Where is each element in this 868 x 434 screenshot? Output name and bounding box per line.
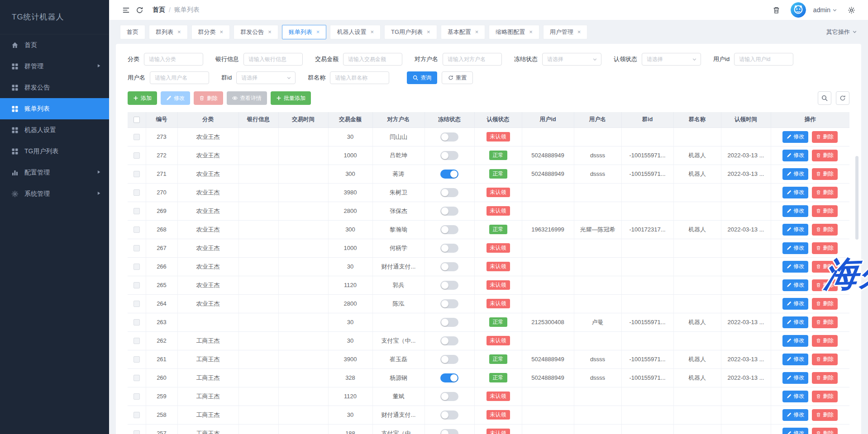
row-checkbox[interactable] <box>134 134 140 140</box>
row-edit-button[interactable]: 修改 <box>782 168 808 180</box>
group-name-input[interactable] <box>330 71 389 84</box>
sidebar-item-system-manage[interactable]: 系统管理 <box>0 183 109 204</box>
row-delete-button[interactable]: 删除 <box>812 372 838 384</box>
avatar[interactable] <box>791 2 806 18</box>
frozen-toggle[interactable] <box>440 132 458 142</box>
frozen-toggle[interactable] <box>440 225 458 234</box>
row-delete-button[interactable]: 删除 <box>812 428 838 434</box>
close-icon[interactable]: × <box>370 29 374 35</box>
sidebar-item-robot-settings[interactable]: 机器人设置 <box>0 119 109 141</box>
row-delete-button[interactable]: 删除 <box>812 150 838 161</box>
row-delete-button[interactable]: 删除 <box>812 354 838 365</box>
row-delete-button[interactable]: 删除 <box>812 131 838 143</box>
row-checkbox[interactable] <box>134 412 140 418</box>
row-checkbox[interactable] <box>134 393 140 400</box>
breadcrumb-home[interactable]: 首页 <box>153 6 165 14</box>
tab-group-list[interactable]: 群列表× <box>149 25 188 39</box>
row-checkbox[interactable] <box>134 226 140 233</box>
close-icon[interactable]: × <box>577 29 581 35</box>
row-delete-button[interactable]: 删除 <box>812 279 838 291</box>
close-icon[interactable]: × <box>316 29 320 35</box>
row-edit-button[interactable]: 修改 <box>782 316 808 328</box>
close-icon[interactable]: × <box>475 29 479 35</box>
select-all-checkbox[interactable] <box>134 117 140 123</box>
table-scrollbar[interactable] <box>855 156 858 240</box>
row-checkbox[interactable] <box>134 301 140 307</box>
row-delete-button[interactable]: 删除 <box>812 242 838 254</box>
edit-button[interactable]: 修改 <box>161 91 190 105</box>
close-icon[interactable]: × <box>268 29 272 35</box>
frozen-toggle[interactable] <box>440 392 458 401</box>
row-checkbox[interactable] <box>134 282 140 288</box>
frozen-toggle[interactable] <box>440 262 458 271</box>
row-delete-button[interactable]: 删除 <box>812 168 838 180</box>
row-delete-button[interactable]: 删除 <box>812 335 838 347</box>
row-checkbox[interactable] <box>134 430 140 434</box>
row-delete-button[interactable]: 删除 <box>812 409 838 421</box>
row-checkbox[interactable] <box>134 152 140 159</box>
row-checkbox[interactable] <box>134 208 140 214</box>
add-button[interactable]: 添加 <box>128 91 157 105</box>
row-delete-button[interactable]: 删除 <box>812 298 838 310</box>
settings-gear-icon[interactable] <box>844 3 858 17</box>
close-icon[interactable]: × <box>177 29 181 35</box>
search-button[interactable]: 查询 <box>407 71 437 84</box>
tab-home[interactable]: 首页 <box>120 25 145 39</box>
frozen-toggle[interactable] <box>440 336 458 345</box>
frozen-toggle[interactable] <box>440 410 458 420</box>
row-delete-button[interactable]: 删除 <box>812 391 838 402</box>
row-edit-button[interactable]: 修改 <box>782 279 808 291</box>
row-edit-button[interactable]: 修改 <box>782 261 808 273</box>
frozen-toggle[interactable] <box>440 281 458 290</box>
row-checkbox[interactable] <box>134 245 140 251</box>
sidebar-item-config-manage[interactable]: 配置管理 <box>0 162 109 183</box>
frozen-toggle[interactable] <box>440 170 458 179</box>
more-actions-dropdown[interactable]: 其它操作 <box>826 28 857 36</box>
row-checkbox[interactable] <box>134 356 140 363</box>
row-edit-button[interactable]: 修改 <box>782 428 808 434</box>
row-delete-button[interactable]: 删除 <box>812 261 838 273</box>
tab-bill-list[interactable]: 账单列表× <box>282 25 327 39</box>
refresh-icon[interactable] <box>133 3 146 17</box>
row-delete-button[interactable]: 删除 <box>812 187 838 198</box>
tab-thumb-config[interactable]: 缩略图配置× <box>489 25 539 39</box>
frozen-toggle[interactable] <box>440 318 458 327</box>
view-detail-button[interactable]: 查看详情 <box>227 91 267 105</box>
trash-icon[interactable] <box>770 3 783 17</box>
tab-group-cat[interactable]: 群分类× <box>191 25 230 39</box>
row-edit-button[interactable]: 修改 <box>782 187 808 198</box>
row-checkbox[interactable] <box>134 264 140 270</box>
row-delete-button[interactable]: 删除 <box>812 224 838 236</box>
row-edit-button[interactable]: 修改 <box>782 242 808 254</box>
frozen-toggle[interactable] <box>440 151 458 160</box>
row-edit-button[interactable]: 修改 <box>782 335 808 347</box>
row-checkbox[interactable] <box>134 189 140 196</box>
user-menu[interactable]: admin <box>813 6 837 14</box>
tab-robot-set[interactable]: 机器人设置× <box>330 25 381 39</box>
bank-info-input[interactable] <box>243 53 303 66</box>
sidebar-item-bill-list[interactable]: 账单列表 <box>0 98 109 119</box>
close-icon[interactable]: × <box>220 29 224 35</box>
row-edit-button[interactable]: 修改 <box>782 298 808 310</box>
batch-add-button[interactable]: 批量添加 <box>271 91 311 105</box>
row-checkbox[interactable] <box>134 319 140 326</box>
claim-status-select[interactable]: 请选择 <box>642 53 701 66</box>
table-refresh-icon[interactable] <box>836 91 849 105</box>
frozen-toggle[interactable] <box>440 373 458 382</box>
frozen-toggle[interactable] <box>440 207 458 216</box>
delete-button[interactable]: 删除 <box>194 91 223 105</box>
tab-announce[interactable]: 群发公告× <box>234 25 278 39</box>
row-checkbox[interactable] <box>134 375 140 381</box>
group-id-select[interactable]: 请选择 <box>236 71 296 84</box>
row-edit-button[interactable]: 修改 <box>782 372 808 384</box>
sidebar-item-home[interactable]: 首页 <box>0 34 109 56</box>
frozen-status-select[interactable]: 请选择 <box>542 53 601 66</box>
sidebar-item-group-announce[interactable]: 群发公告 <box>0 77 109 98</box>
frozen-toggle[interactable] <box>440 299 458 308</box>
row-checkbox[interactable] <box>134 171 140 177</box>
frozen-toggle[interactable] <box>440 188 458 197</box>
counterparty-input[interactable] <box>443 53 502 66</box>
close-icon[interactable]: × <box>427 29 430 35</box>
tab-base-config[interactable]: 基本配置× <box>441 25 486 39</box>
row-edit-button[interactable]: 修改 <box>782 150 808 161</box>
